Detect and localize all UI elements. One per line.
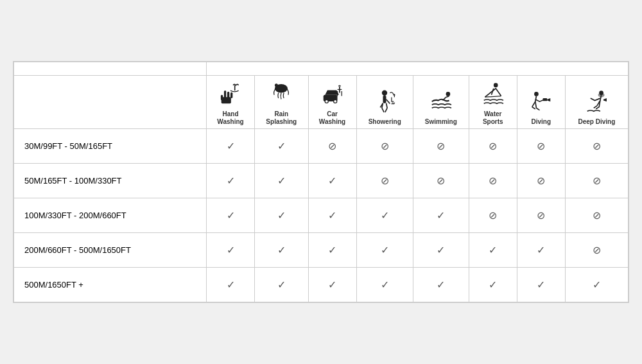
icon-label-water_sports: WaterSports bbox=[483, 110, 503, 126]
cell-0-7: ⊘ bbox=[565, 129, 628, 164]
check-icon: ✓ bbox=[537, 279, 545, 290]
cell-1-2: ✓ bbox=[308, 164, 356, 198]
cell-2-7: ⊘ bbox=[565, 198, 628, 233]
icon-label-rain_splashing: RainSplashing bbox=[266, 110, 297, 126]
icon-label-deep_diving: Deep Diving bbox=[578, 118, 615, 126]
no-icon: ⊘ bbox=[489, 175, 497, 186]
cell-2-0: ✓ bbox=[207, 198, 255, 233]
hand_washing-icon bbox=[217, 81, 244, 108]
no-icon: ⊘ bbox=[328, 141, 336, 152]
cell-0-6: ⊘ bbox=[517, 129, 565, 164]
svg-rect-3 bbox=[230, 92, 232, 98]
icon-header-deep_diving: Deep Diving bbox=[565, 76, 628, 129]
no-icon: ⊘ bbox=[593, 141, 601, 152]
car_washing-icon bbox=[319, 81, 346, 108]
check-icon: ✓ bbox=[227, 245, 235, 256]
cell-0-5: ⊘ bbox=[469, 129, 517, 164]
cell-1-0: ✓ bbox=[207, 164, 255, 198]
application-header bbox=[207, 62, 629, 76]
svg-rect-1 bbox=[224, 91, 226, 98]
diving-icon bbox=[528, 89, 555, 116]
check-icon: ✓ bbox=[489, 279, 497, 290]
showering-icon bbox=[371, 89, 398, 116]
no-icon: ⊘ bbox=[489, 141, 497, 152]
icon-header-water_sports: WaterSports bbox=[469, 76, 517, 129]
cell-4-2: ✓ bbox=[308, 268, 356, 302]
no-icon: ⊘ bbox=[537, 175, 545, 186]
icon-label-swimming: Swimming bbox=[425, 118, 457, 126]
no-icon: ⊘ bbox=[489, 210, 497, 221]
no-icon: ⊘ bbox=[593, 175, 601, 186]
check-icon: ✓ bbox=[227, 175, 235, 186]
no-icon: ⊘ bbox=[381, 141, 389, 152]
cell-4-6: ✓ bbox=[517, 268, 565, 302]
check-icon: ✓ bbox=[593, 279, 601, 290]
svg-point-12 bbox=[446, 92, 450, 96]
check-icon: ✓ bbox=[277, 245, 286, 256]
cell-3-4: ✓ bbox=[413, 233, 469, 268]
svg-rect-11 bbox=[383, 96, 386, 103]
cell-0-1: ✓ bbox=[255, 129, 309, 164]
icon-header-swimming: Swimming bbox=[413, 76, 469, 129]
no-icon: ⊘ bbox=[537, 210, 545, 221]
range-label-2: 100M/330FT - 200M/660FT bbox=[14, 198, 207, 233]
cell-4-4: ✓ bbox=[413, 268, 469, 302]
check-icon: ✓ bbox=[328, 279, 336, 290]
check-icon: ✓ bbox=[277, 210, 286, 221]
cell-3-5: ✓ bbox=[469, 233, 517, 268]
svg-point-17 bbox=[598, 93, 605, 98]
check-icon: ✓ bbox=[328, 175, 336, 186]
check-icon: ✓ bbox=[277, 141, 286, 152]
svg-point-14 bbox=[534, 92, 539, 96]
cell-3-3: ✓ bbox=[356, 233, 413, 268]
cell-3-1: ✓ bbox=[255, 233, 309, 268]
no-icon: ⊘ bbox=[593, 245, 601, 256]
cell-3-2: ✓ bbox=[308, 233, 356, 268]
check-icon: ✓ bbox=[381, 245, 389, 256]
table-row: 500M/1650FT +✓✓✓✓✓✓✓✓ bbox=[14, 268, 629, 302]
icon-label-hand_washing: HandWashing bbox=[217, 110, 243, 126]
cell-4-0: ✓ bbox=[207, 268, 255, 302]
no-icon: ⊘ bbox=[437, 141, 445, 152]
cell-4-7: ✓ bbox=[565, 268, 628, 302]
table-row: 200M/660FT - 500M/1650FT✓✓✓✓✓✓✓⊘ bbox=[14, 233, 629, 268]
check-icon: ✓ bbox=[277, 279, 286, 290]
svg-rect-2 bbox=[227, 92, 229, 98]
cell-1-1: ✓ bbox=[255, 164, 309, 198]
check-icon: ✓ bbox=[437, 245, 445, 256]
check-icon: ✓ bbox=[328, 210, 336, 221]
svg-point-9 bbox=[333, 100, 336, 103]
rain_splashing-icon bbox=[268, 81, 295, 108]
icon-header-rain_splashing: RainSplashing bbox=[255, 76, 309, 129]
check-icon: ✓ bbox=[537, 245, 545, 256]
table-row: 100M/330FT - 200M/660FT✓✓✓✓✓⊘⊘⊘ bbox=[14, 198, 629, 233]
icon-label-showering: Showering bbox=[369, 118, 401, 126]
table-row: 30M/99FT - 50M/165FT✓✓⊘⊘⊘⊘⊘⊘ bbox=[14, 129, 629, 164]
icon-header-car_washing: CarWashing bbox=[308, 76, 356, 129]
check-icon: ✓ bbox=[381, 279, 389, 290]
cell-4-1: ✓ bbox=[255, 268, 309, 302]
swimming-icon bbox=[428, 89, 455, 116]
check-icon: ✓ bbox=[227, 141, 235, 152]
cell-1-5: ⊘ bbox=[469, 164, 517, 198]
cell-1-3: ⊘ bbox=[356, 164, 413, 198]
check-icon: ✓ bbox=[489, 245, 497, 256]
svg-point-6 bbox=[275, 83, 278, 87]
water_sports-icon bbox=[480, 81, 507, 108]
check-icon: ✓ bbox=[328, 245, 336, 256]
icon-header-showering: Showering bbox=[356, 76, 413, 129]
no-icon: ⊘ bbox=[381, 175, 389, 186]
range-label-0: 30M/99FT - 50M/165FT bbox=[14, 129, 207, 164]
cell-0-2: ⊘ bbox=[308, 129, 356, 164]
table-row: 50M/165FT - 100M/330FT✓✓✓⊘⊘⊘⊘⊘ bbox=[14, 164, 629, 198]
icon-label-car_washing: CarWashing bbox=[319, 110, 345, 126]
svg-point-8 bbox=[325, 100, 328, 103]
definition-header bbox=[14, 62, 207, 76]
cell-2-3: ✓ bbox=[356, 198, 413, 233]
icon-header-diving: Diving bbox=[517, 76, 565, 129]
svg-rect-4 bbox=[221, 95, 223, 100]
no-icon: ⊘ bbox=[537, 141, 545, 152]
cell-1-7: ⊘ bbox=[565, 164, 628, 198]
icon-label-diving: Diving bbox=[531, 118, 551, 126]
cell-0-0: ✓ bbox=[207, 129, 255, 164]
